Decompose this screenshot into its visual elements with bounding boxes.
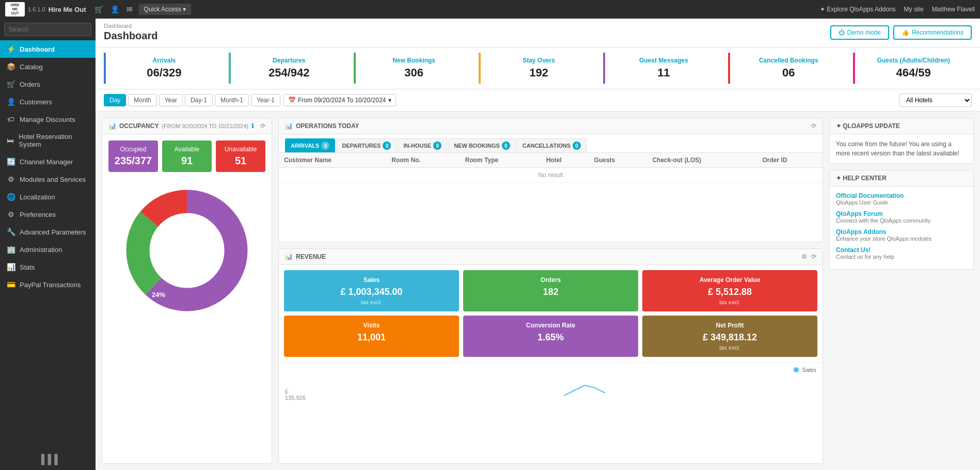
- svg-point-3: [156, 220, 218, 281]
- revenue-chart-icon: 📊: [285, 253, 293, 260]
- sidebar-item-preferences[interactable]: ⚙ Preferences: [0, 206, 96, 223]
- sidebar-icon-localization: 🌐: [6, 193, 15, 201]
- refresh-rev-icon[interactable]: ⟳: [811, 253, 816, 260]
- legend-label: Sales: [802, 367, 816, 373]
- sidebar-item-manage-discounts[interactable]: 🏷 Manage Discounts: [0, 111, 96, 128]
- rev-card-conversion: Conversion Rate 1.65%: [463, 316, 638, 357]
- date-range-picker[interactable]: 📅 From 09/20/2024 To 10/20/2024 ▾: [283, 94, 396, 106]
- refresh-icon[interactable]: ⟳: [260, 122, 265, 130]
- help-link-anchor[interactable]: Official Documentation: [836, 192, 904, 199]
- ops-tab-cancellations[interactable]: CANCELLATIONS0: [517, 138, 587, 152]
- qloapps-update-header: ✦ QLOAPPS UPDATE: [830, 118, 973, 134]
- sidebar-item-modules-services[interactable]: ⚙ Modules and Services: [0, 170, 96, 188]
- occ-label-occupied: Occupied: [112, 146, 155, 153]
- sidebar-icon-advanced-params: 🔧: [6, 228, 15, 236]
- qloapps-update-body: You come from the future! You are using …: [830, 134, 973, 163]
- sidebar-icon-modules-services: ⚙: [6, 175, 15, 183]
- sidebar-label-orders: Orders: [20, 81, 40, 88]
- rev-sub-avg-order: tax excl.: [647, 299, 812, 305]
- person-icon[interactable]: 👤: [110, 5, 119, 13]
- ops-tab-in-house[interactable]: IN-HOUSE0: [398, 138, 447, 152]
- rev-card-avg-order: Average Order Value £ 5,512.88 tax excl.: [642, 270, 817, 311]
- sidebar-item-paypal[interactable]: 💳 PayPal Transactions: [0, 276, 96, 293]
- ops-tab-departures[interactable]: DEPARTURES0: [336, 138, 397, 152]
- chart-icon: 📊: [108, 122, 116, 130]
- search-input[interactable]: [4, 23, 91, 36]
- ops-col-guests: Guests: [589, 153, 647, 168]
- info-icon[interactable]: ℹ: [251, 122, 254, 130]
- rev-label-visits: Visits: [289, 322, 454, 329]
- ops-tabs: ARRIVALS0DEPARTURES0IN-HOUSE0NEW BOOKING…: [279, 134, 823, 153]
- sidebar-icon-dashboard: ⚡: [6, 45, 15, 53]
- settings-icon[interactable]: ⚙: [801, 253, 807, 260]
- sidebar-item-localization[interactable]: 🌐 Localization: [0, 188, 96, 206]
- filters-row: DayMonthYearDay-1Month-1Year-1 📅 From 09…: [96, 89, 980, 112]
- sidebar-item-hotel-reservation[interactable]: 🛏 Hotel Reservation System: [0, 128, 96, 153]
- sidebar-label-manage-discounts: Manage Discounts: [20, 116, 75, 123]
- sidebar-item-dashboard[interactable]: ⚡ Dashboard: [0, 40, 96, 58]
- filter-btn-month[interactable]: Month: [128, 94, 156, 106]
- chart-legend: Sales: [285, 367, 816, 373]
- filter-btn-year-1[interactable]: Year-1: [251, 94, 280, 106]
- stat-card-arrivals: Arrivals 06/329: [104, 53, 223, 84]
- stat-value-guests: 464/59: [860, 66, 967, 80]
- brand: HIREMEOUT 1.6.1.0 Hire Me Out: [5, 2, 86, 17]
- sidebar-item-customers[interactable]: 👤 Customers: [0, 93, 96, 111]
- sidebar-label-administration: Administration: [20, 246, 62, 254]
- brand-logo: HIREMEOUT: [5, 2, 25, 17]
- occupancy-subtitle: (FROM 9/20/2024 TO 10/21/2024): [162, 123, 248, 129]
- breadcrumb: Dashboard: [104, 23, 157, 29]
- sidebar-toggle[interactable]: ▐▐▐: [0, 449, 96, 470]
- cart-icon[interactable]: 🛒: [94, 5, 103, 13]
- ops-tab-arrivals[interactable]: ARRIVALS0: [285, 138, 335, 152]
- sidebar-item-advanced-params[interactable]: 🔧 Advanced Parameters: [0, 223, 96, 241]
- stat-value-stay-overs: 192: [486, 66, 592, 80]
- rev-sub-sales: tax excl.: [289, 299, 454, 305]
- sidebar-item-catalog[interactable]: 📦 Catalog: [0, 58, 96, 75]
- filter-btn-day-1[interactable]: Day-1: [185, 94, 213, 106]
- help-link-anchor[interactable]: Contact Us!: [836, 246, 871, 254]
- sidebar-item-administration[interactable]: 🏢 Administration: [0, 241, 96, 258]
- stat-value-departures: 254/942: [236, 66, 342, 80]
- filter-btn-year[interactable]: Year: [159, 94, 183, 106]
- ops-col-check-out-(los): Check-out (LOS): [647, 153, 757, 168]
- sidebar-label-advanced-params: Advanced Parameters: [20, 228, 86, 236]
- sidebar-label-paypal: PayPal Transactions: [20, 281, 81, 289]
- demo-mode-button[interactable]: ⏻ Demo mode: [830, 25, 889, 40]
- qloapps-update-message: You come from the future! You are using …: [836, 140, 959, 157]
- my-site-link[interactable]: My site: [904, 6, 924, 13]
- sidebar-icon-preferences: ⚙: [6, 210, 15, 218]
- occ-box-occupied: Occupied 235/377: [108, 140, 158, 172]
- recommendations-button[interactable]: 👍 Recommendations: [893, 25, 972, 40]
- sidebar-item-orders[interactable]: 🛒 Orders: [0, 75, 96, 93]
- brand-name: Hire Me Out: [49, 6, 86, 13]
- explore-addons-link[interactable]: ✦ Explore QloApps Addons: [820, 6, 896, 13]
- rev-value-avg-order: £ 5,512.88: [647, 287, 812, 297]
- stat-label-arrivals: Arrivals: [111, 57, 217, 64]
- operations-table: Customer NameRoom No.Room TypeHotelGuest…: [279, 153, 823, 183]
- mail-icon[interactable]: ✉: [127, 5, 133, 13]
- occ-value-unavailable: 51: [219, 155, 262, 167]
- ops-col-order-id: Order ID: [757, 153, 823, 168]
- app-body: ⚡ Dashboard📦 Catalog🛒 Orders👤 Customers🏷…: [0, 19, 980, 470]
- help-link-anchor[interactable]: QloApps Addons: [836, 228, 887, 236]
- help-link-qloapps-addons: QloApps Addons Enhance your store QloApp…: [836, 228, 967, 242]
- filter-btn-day[interactable]: Day: [104, 94, 126, 106]
- thumbs-icon: 👍: [902, 29, 909, 36]
- no-result: No result: [279, 168, 823, 183]
- sidebar-label-modules-services: Modules and Services: [20, 176, 86, 183]
- help-link-anchor[interactable]: QloApps Forum: [836, 210, 883, 217]
- ops-tab-new-bookings[interactable]: NEW BOOKINGS0: [448, 138, 516, 152]
- help-link-sub: Enhance your store QloApps modules: [836, 236, 967, 242]
- stat-label-guests: Guests (Adults/Children): [860, 57, 967, 64]
- filter-btn-month-1[interactable]: Month-1: [215, 94, 249, 106]
- sidebar-label-channel-manager: Channel Manager: [20, 158, 73, 166]
- revenue-panel-actions: ⚙ ⟳: [801, 253, 816, 260]
- sidebar-item-stats[interactable]: 📊 Stats: [0, 258, 96, 276]
- hotels-select[interactable]: All Hotels: [899, 93, 972, 107]
- refresh-ops-icon[interactable]: ⟳: [811, 122, 816, 130]
- occ-box-unavailable: Unavailable 51: [216, 140, 265, 172]
- sidebar-item-channel-manager[interactable]: 🔄 Channel Manager: [0, 153, 96, 170]
- quick-access-button[interactable]: Quick Access ▾: [139, 4, 191, 15]
- dashboard-grid: 📊 OCCUPANCY (FROM 9/20/2024 TO 10/21/202…: [96, 112, 980, 470]
